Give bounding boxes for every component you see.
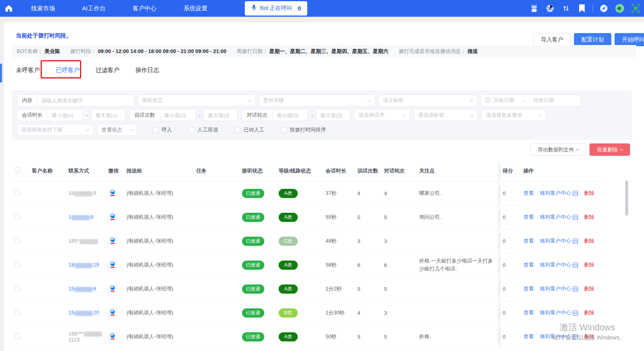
grade-cell: A类 — [276, 277, 323, 301]
table-header-cell: 联系方式 — [66, 161, 106, 181]
checkbox-manual-filter[interactable]: 人工筛选 — [189, 126, 218, 133]
screenshot-icon[interactable] — [630, 3, 641, 14]
move-icon — [573, 334, 578, 339]
speak-count-max-input[interactable] — [208, 112, 233, 118]
duration-cell: 1分2秒 — [323, 277, 355, 301]
scrollbar-thumb[interactable] — [625, 180, 628, 216]
import-customers-button[interactable]: 导入客户 — [533, 33, 571, 46]
tab-filtered-customers[interactable]: 过滤客户 — [96, 64, 119, 76]
checkbox-call-in[interactable]: 呼入 — [153, 126, 172, 133]
tab-uncalled-customers[interactable]: 未呼客户 — [16, 64, 40, 76]
chevron-down-icon — [470, 113, 474, 116]
view-link[interactable]: 查看 — [523, 309, 534, 316]
page: 线索市场 AI工作台 客户中心 系统设置 Bot 正在呼叫 0 — [0, 0, 644, 351]
start-calling-button[interactable]: 开始呼叫 — [615, 33, 644, 46]
move-to-customer-center-link[interactable]: 移到客户中心 — [540, 214, 578, 221]
tab-called-customers[interactable]: 已呼客户 — [56, 64, 80, 76]
view-link[interactable]: 查看 — [523, 214, 534, 221]
semantic-tag-select[interactable]: 语义标签 — [379, 94, 477, 106]
keyword-input[interactable] — [37, 95, 134, 106]
tag-select[interactable]: 请选择标签 — [414, 109, 478, 121]
export-data-button[interactable]: 导出数据到文件 — [530, 143, 586, 156]
view-link[interactable]: 查看 — [523, 261, 534, 269]
view-link[interactable]: 查看 — [523, 333, 534, 340]
row-checkbox[interactable] — [14, 262, 20, 267]
delete-link[interactable]: 删除 — [584, 214, 594, 221]
robot-icon[interactable] — [529, 3, 539, 14]
left-scroll-indicator[interactable] — [0, 64, 2, 82]
megaphone-icon[interactable] — [615, 3, 625, 14]
operations-cell: 查看 移到客户中心 删除 — [521, 277, 604, 301]
dialog-turns-max-input[interactable] — [320, 112, 346, 118]
row-checkbox[interactable] — [14, 238, 20, 243]
table-row: 19 (电销机器人-张经理) 已接通 A类 55秒 5 5 询问公司. 0 查看… — [12, 205, 604, 229]
row-checkbox[interactable] — [14, 190, 20, 196]
delete-link[interactable]: 删除 — [584, 237, 594, 245]
session-duration-max-input[interactable] — [96, 112, 121, 118]
checkbox-transferred-to-human[interactable]: 已转人工 — [235, 126, 264, 133]
delete-link[interactable]: 删除 — [584, 190, 594, 197]
dialog-turns-cell: 5 — [382, 277, 417, 301]
view-link[interactable]: 查看 — [523, 190, 534, 197]
dial-period-alert: 当前处于拨打时间段。 — [16, 32, 72, 39]
speak-count-min-input[interactable] — [160, 110, 195, 121]
speak-count-cell: 4 — [355, 181, 382, 205]
content-label: 内容 — [17, 95, 37, 106]
row-checkbox[interactable] — [14, 286, 20, 291]
delete-link[interactable]: 删除 — [584, 333, 594, 340]
delete-link[interactable]: 删除 — [584, 261, 594, 269]
batch-delete-button[interactable]: 批量删除 — [589, 143, 630, 156]
sort-arrows-icon[interactable] — [561, 3, 571, 14]
row-checkbox[interactable] — [14, 214, 20, 220]
task-cell — [194, 205, 240, 229]
chevron-down-icon — [86, 127, 89, 131]
intent-level-select[interactable]: 意向等级 — [259, 94, 375, 106]
nav-item-system-settings[interactable]: 系统设置 — [174, 5, 217, 12]
main-panel: 当前处于拨打时间段。 导入客户 配置计划 开始呼叫 BOT名称：美业陈 拨打时段… — [4, 22, 644, 351]
nav-item-clue-market[interactable]: 线索市场 — [21, 5, 64, 12]
select-all-checkbox[interactable] — [14, 167, 20, 173]
script-select[interactable]: 请选择话术 — [354, 109, 410, 121]
operations-cell: 查看 移到客户中心 删除 — [521, 181, 604, 205]
move-to-customer-center-link[interactable]: 移到客户中心 — [540, 261, 578, 269]
delete-link[interactable]: 删除 — [584, 285, 594, 292]
nav-item-ai-workbench[interactable]: AI工作台 — [72, 5, 115, 12]
answer-status-cell: 已接通 — [240, 277, 276, 301]
answer-status-select[interactable]: 接听状态 — [138, 94, 256, 106]
date-range-picker[interactable]: 开始日期 - 结束日期 — [480, 94, 581, 106]
wechat-app-icon — [108, 332, 117, 342]
compass-icon[interactable] — [599, 3, 609, 14]
dialog-turns-min-input[interactable] — [273, 110, 308, 121]
move-to-customer-center-link[interactable]: 移到客户中心 — [540, 309, 578, 316]
task-cell — [194, 229, 240, 253]
move-to-customer-center-link[interactable]: 移到客户中心 — [540, 285, 578, 292]
move-to-customer-center-link[interactable]: 移到客户中心 — [540, 333, 578, 340]
push-subordinate-select[interactable]: 请选择推送的下级 — [17, 124, 93, 136]
customer-name-cell — [29, 205, 66, 229]
view-link[interactable]: 查看 — [523, 237, 534, 245]
checkbox-sort-by-dial-time[interactable]: 按拨打时间排序 — [281, 126, 326, 133]
nav-item-customer-center[interactable]: 客户中心 — [123, 5, 166, 12]
move-to-customer-center-link[interactable]: 移到客户中心 — [540, 190, 578, 197]
phone-redaction-blur — [80, 239, 98, 244]
focus-points-cell: 价格.一天能打多少电话一天打多少能打几个电话. — [417, 253, 500, 277]
row-checkbox[interactable] — [14, 333, 20, 339]
view-link[interactable]: 查看 — [523, 285, 534, 292]
bot-calling-status[interactable]: Bot 正在呼叫 0 — [245, 1, 307, 16]
configure-plan-button[interactable]: 配置计划 — [574, 33, 611, 46]
view-status-select[interactable]: 查看状态 — [97, 124, 137, 136]
bookmark-icon[interactable] — [577, 3, 587, 14]
delete-link[interactable]: 删除 — [584, 309, 594, 316]
speak-count-cell: 5 — [355, 325, 382, 349]
move-to-customer-center-link[interactable]: 移到客户中心 — [540, 237, 578, 245]
row-checkbox[interactable] — [14, 310, 20, 315]
more-wechat-select[interactable]: 请选择更多微信 — [482, 109, 546, 121]
session-duration-min-input[interactable] — [48, 110, 83, 121]
home-icon[interactable] — [0, 4, 18, 13]
top-navigation: 线索市场 AI工作台 客户中心 系统设置 Bot 正在呼叫 0 — [0, 0, 644, 17]
phone-redaction-blur — [74, 311, 93, 316]
tab-operation-log[interactable]: 操作日志 — [135, 64, 159, 76]
aperture-icon[interactable] — [545, 3, 555, 14]
grade-badge: A类 — [279, 284, 298, 294]
task-cell — [194, 301, 240, 325]
